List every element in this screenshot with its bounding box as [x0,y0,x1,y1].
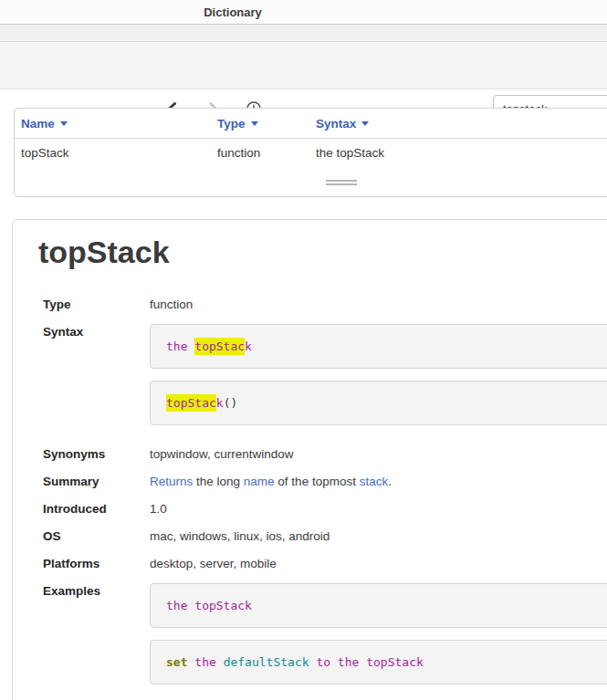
field-label: Summary [31,468,150,496]
row-cell-name: topStack [15,146,217,160]
syntax-code-block: the topStack [150,324,607,369]
field-label: Syntax [31,319,150,425]
code-token: the [166,340,194,353]
sort-caret-icon [251,121,258,126]
field-value: function [150,291,607,319]
glossary-link[interactable]: stack [360,475,389,488]
code-token: the topStack [166,599,252,612]
field-label: Synonyms [31,441,150,468]
navigation-toolbar [0,43,607,89]
field-os: OS mac, windows, linux, ios, android [31,523,607,550]
code-token: defaultStack [224,655,309,669]
glossary-link[interactable]: name [244,475,275,488]
window-title: Dictionary [204,5,262,19]
field-synonyms: Synonyms topwindow, currentwindow [31,441,607,468]
code-token: the [338,655,359,669]
glossary-link[interactable]: Returns [150,475,193,488]
field-label: Type [31,291,150,319]
field-value: desktop, server, mobile [150,550,607,578]
code-token: the [194,655,215,669]
code-token: topStack [366,655,424,669]
entry-detail-panel: topStack Type function Syntax the topSta… [12,219,607,700]
code-token: () [224,396,238,410]
row-cell-type: function [217,146,316,160]
code-token: . [388,475,392,488]
field-syntax: Syntax the topStack topStack() [31,319,607,441]
sort-caret-icon [361,121,369,126]
pane-resize-grip[interactable] [326,180,357,186]
field-examples: Examples the topStack set the defaultSta… [31,578,607,700]
code-token [309,655,317,669]
code-token: topStac [166,394,216,412]
code-token [187,655,194,669]
field-value: 1.0 [150,496,607,523]
column-header-syntax[interactable]: Syntax [316,117,607,131]
code-token: to [316,655,330,669]
code-token: k [245,340,252,353]
column-header-type[interactable]: Type [217,117,316,131]
field-value: topwindow, currentwindow [150,441,607,468]
field-type: Type function [31,291,607,319]
field-label: Platforms [31,550,150,578]
code-token: k [216,396,224,410]
code-token [359,655,366,669]
entry-fields: Type function Syntax the topStack topSta… [31,291,607,700]
field-platforms: Platforms desktop, server, mobile [31,550,607,578]
sort-caret-icon [60,121,68,126]
field-label: OS [31,523,150,550]
results-table: Name Type Syntax topStack function the t… [14,108,607,197]
code-token: topStac [194,338,245,355]
entry-title: topStack [38,233,607,271]
field-introduced: Introduced 1.0 [31,496,607,523]
field-summary: Summary Returns the long name of the top… [31,468,607,496]
summary-text: Returns the long name of the topmost sta… [150,468,607,496]
column-header-name[interactable]: Name [15,117,217,131]
sub-toolbar-strip [0,25,607,42]
field-value: mac, windows, linux, ios, android [150,523,607,550]
field-label: Introduced [31,496,150,523]
row-cell-syntax: the topStack [316,146,607,160]
syntax-code-block: topStack() [150,381,607,425]
example-code-block: set the defaultStack to the topStack [150,640,607,684]
window-titlebar: Dictionary [0,0,607,25]
code-token: of the topmost [275,475,360,488]
example-code-block: the topStack [150,583,607,628]
code-token [330,655,338,669]
field-label: Examples [31,578,150,684]
code-token: the long [193,475,244,488]
results-table-header: Name Type Syntax [15,109,607,139]
code-token [216,655,224,669]
table-row[interactable]: topStack function the topStack [15,139,607,167]
code-token: set [166,655,187,669]
